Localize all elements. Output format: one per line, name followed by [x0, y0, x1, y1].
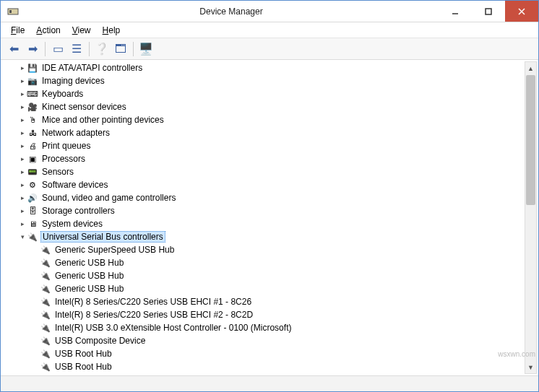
tree-item-usb-3[interactable]: 🔌Generic USB Hub: [2, 282, 524, 295]
tree-item-usb-9[interactable]: 🔌USB Root Hub: [2, 360, 524, 373]
tree-category-print[interactable]: ▸🖨Print queues: [2, 139, 524, 152]
tree-category-network[interactable]: ▸🖧Network adapters: [2, 126, 524, 139]
properties-icon[interactable]: ☰: [68, 40, 85, 58]
close-button[interactable]: [505, 1, 538, 22]
tree-item-usb-8[interactable]: 🔌USB Root Hub: [2, 347, 524, 360]
tree-item-label: USB Root Hub: [53, 362, 113, 372]
minimize-button[interactable]: [439, 1, 472, 22]
help-icon[interactable]: ❔: [93, 40, 111, 58]
scroll-up-button[interactable]: ▲: [525, 62, 536, 74]
tree-category-sound[interactable]: ▸🔊Sound, video and game controllers: [2, 191, 524, 204]
tree-item-label: Intel(R) USB 3.0 eXtensible Host Control…: [53, 323, 293, 333]
tree-category-processors[interactable]: ▸▣Processors: [2, 152, 524, 165]
tree-category-storage[interactable]: ▸🗄Storage controllers: [2, 204, 524, 217]
tree-item-usb-4[interactable]: 🔌Intel(R) 8 Series/C220 Series USB EHCI …: [2, 295, 524, 308]
tree-item-usb-2[interactable]: 🔌Generic USB Hub: [2, 269, 524, 282]
scroll-down-button[interactable]: ▼: [525, 361, 536, 373]
no-expander: [31, 258, 40, 267]
menu-action[interactable]: Action: [30, 24, 66, 37]
devices-by-type-icon[interactable]: 🖥️: [137, 40, 155, 58]
device-manager-window: Device Manager File Action View Help ⬅➡▭…: [0, 0, 539, 392]
expand-icon[interactable]: ▸: [18, 77, 27, 85]
tree-category-software[interactable]: ▸⚙Software devices: [2, 178, 524, 191]
expand-icon[interactable]: ▸: [18, 103, 27, 111]
svg-rect-1: [9, 10, 12, 13]
usb-device-icon: 🔌: [40, 257, 51, 269]
menu-view[interactable]: View: [66, 24, 97, 37]
tree-item-label: IDE ATA/ATAPI controllers: [40, 63, 144, 73]
network-icon: 🖧: [27, 127, 38, 139]
expand-icon[interactable]: ▸: [18, 64, 27, 72]
maximize-button[interactable]: [472, 1, 505, 22]
tree-category-imaging[interactable]: ▸📷Imaging devices: [2, 74, 524, 87]
tree-item-usb-10[interactable]: 🔌USB Root Hub (xHCI): [2, 373, 524, 374]
statusbar: [1, 375, 538, 391]
expand-icon[interactable]: ▸: [18, 129, 27, 137]
tree-item-usb-1[interactable]: 🔌Generic USB Hub: [2, 256, 524, 269]
tree-category-sensors[interactable]: ▸📟Sensors: [2, 165, 524, 178]
tree-item-label: Print queues: [40, 141, 92, 151]
sensor-icon: 📟: [27, 166, 38, 178]
no-expander: [31, 362, 40, 371]
usb-device-icon: 🔌: [40, 322, 51, 334]
show-hide-console-tree-icon[interactable]: ▭: [49, 40, 66, 58]
no-expander: [31, 245, 40, 254]
tree-category-ide[interactable]: ▸💾IDE ATA/ATAPI controllers: [2, 61, 524, 74]
tree-category-system[interactable]: ▸🖥System devices: [2, 217, 524, 230]
expand-icon[interactable]: ▸: [18, 193, 27, 202]
menu-help[interactable]: Help: [97, 24, 126, 37]
titlebar[interactable]: Device Manager: [1, 1, 538, 22]
usb-device-icon: 🔌: [40, 283, 51, 295]
tree-category-kinect[interactable]: ▸🎥Kinect sensor devices: [2, 100, 524, 113]
tree-item-usb-0[interactable]: 🔌Generic SuperSpeed USB Hub: [2, 243, 524, 256]
scroll-thumb[interactable]: [526, 75, 535, 205]
vertical-scrollbar[interactable]: ▲ ▼: [525, 61, 537, 374]
tree-item-usb-7[interactable]: 🔌USB Composite Device: [2, 334, 524, 347]
expand-icon[interactable]: ▸: [18, 90, 27, 98]
expand-icon[interactable]: ▸: [18, 180, 27, 189]
expand-icon[interactable]: ▸: [18, 167, 27, 176]
expand-icon[interactable]: ▸: [18, 154, 27, 163]
usb-icon: 🔌: [27, 231, 38, 243]
tree-item-usb-5[interactable]: 🔌Intel(R) 8 Series/C220 Series USB EHCI …: [2, 308, 524, 321]
printer-icon: 🖨: [27, 140, 38, 152]
scan-for-hardware-changes-icon[interactable]: 🗔: [112, 40, 129, 58]
expand-icon[interactable]: ▸: [18, 219, 27, 228]
usb-device-icon: 🔌: [40, 270, 51, 282]
tree-category-mice[interactable]: ▸🖱Mice and other pointing devices: [2, 113, 524, 126]
tree-category-keyboards[interactable]: ▸⌨Keyboards: [2, 87, 524, 100]
expand-icon[interactable]: ▸: [18, 206, 27, 215]
tree-item-label: Keyboards: [40, 89, 85, 99]
collapse-icon[interactable]: ▾: [18, 232, 27, 241]
tree-item-label: Generic USB Hub: [53, 271, 125, 281]
toolbar-separator: [45, 42, 46, 56]
no-expander: [31, 349, 40, 358]
no-expander: [31, 336, 40, 345]
tree-item-label: Network adapters: [40, 128, 111, 138]
expand-icon[interactable]: ▸: [18, 141, 27, 150]
tree-category-usb[interactable]: ▾🔌Universal Serial Bus controllers: [2, 230, 524, 243]
tree-item-label: Intel(R) 8 Series/C220 Series USB EHCI #…: [53, 297, 253, 307]
device-tree[interactable]: ▸💾IDE ATA/ATAPI controllers▸📷Imaging dev…: [2, 61, 524, 374]
tree-item-label: Sensors: [40, 167, 75, 177]
app-icon: [7, 5, 20, 18]
usb-device-icon: 🔌: [40, 309, 51, 321]
expand-icon[interactable]: ▸: [18, 116, 27, 124]
usb-device-icon: 🔌: [40, 335, 51, 347]
svg-rect-3: [486, 9, 491, 14]
tree-item-label: Generic USB Hub: [53, 284, 125, 294]
usb-device-icon: 🔌: [40, 244, 51, 256]
tree-item-label: Universal Serial Bus controllers: [40, 231, 165, 243]
tree-item-usb-6[interactable]: 🔌Intel(R) USB 3.0 eXtensible Host Contro…: [2, 321, 524, 334]
usb-device-icon: 🔌: [40, 296, 51, 308]
window-title: Device Manager: [24, 6, 439, 17]
sound-icon: 🔊: [27, 192, 38, 204]
keyboard-icon: ⌨: [27, 88, 38, 100]
forward-icon[interactable]: ➡: [24, 40, 41, 58]
usb-device-icon: 🔌: [40, 348, 51, 360]
menu-file[interactable]: File: [5, 24, 30, 37]
back-icon[interactable]: ⬅: [5, 40, 22, 58]
kinect-icon: 🎥: [27, 101, 38, 113]
toolbar-separator: [89, 42, 90, 56]
camera-icon: 📷: [27, 75, 38, 87]
